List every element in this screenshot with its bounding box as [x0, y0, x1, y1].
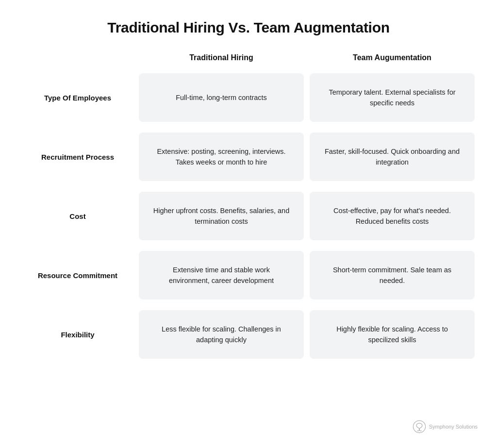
- row-cell-augmentation-0: Temporary talent. External specialists f…: [310, 73, 475, 122]
- page-title: Traditional Hiring Vs. Team Augmentation: [107, 19, 389, 36]
- logo: Symphony Solutions: [413, 420, 478, 433]
- footer: Symphony Solutions: [19, 415, 478, 433]
- row-label-2: Cost: [19, 211, 136, 221]
- row-cell-augmentation-4: Highly flexible for scaling. Access to s…: [310, 310, 475, 359]
- row-cell-augmentation-2: Cost-effective, pay for what's needed. R…: [310, 192, 475, 240]
- row-label-1: Recruitment Process: [19, 152, 136, 162]
- table-row: Resource CommitmentExtensive time and st…: [19, 249, 478, 302]
- symphony-logo-icon: [413, 420, 426, 433]
- row-cell-traditional-1: Extensive: posting, screening, interview…: [139, 133, 304, 181]
- header-empty: [19, 53, 136, 66]
- table-header: Traditional Hiring Team Augumentation: [19, 53, 478, 66]
- row-label-0: Type Of Employees: [19, 93, 136, 103]
- table-body: Type Of EmployeesFull-time, long-term co…: [19, 71, 478, 361]
- table-row: FlexibilityLess flexible for scaling. Ch…: [19, 308, 478, 361]
- row-cell-traditional-3: Extensive time and stable work environme…: [139, 251, 304, 299]
- row-cell-augmentation-1: Faster, skill-focused. Quick onboarding …: [310, 133, 475, 181]
- row-cell-augmentation-3: Short-term commitment. Sale team as need…: [310, 251, 475, 299]
- table-row: Type Of EmployeesFull-time, long-term co…: [19, 71, 478, 124]
- row-label-3: Resource Commitment: [19, 270, 136, 281]
- row-label-4: Flexibility: [19, 330, 136, 340]
- row-cell-traditional-2: Higher upfront costs. Benefits, salaries…: [139, 192, 304, 240]
- table-row: CostHigher upfront costs. Benefits, sala…: [19, 189, 478, 243]
- table-row: Recruitment ProcessExtensive: posting, s…: [19, 130, 478, 183]
- row-cell-traditional-0: Full-time, long-term contracts: [139, 73, 304, 122]
- header-col2: Team Augumentation: [307, 53, 478, 66]
- row-cell-traditional-4: Less flexible for scaling. Challenges in…: [139, 310, 304, 359]
- svg-point-0: [413, 420, 425, 432]
- header-col1: Traditional Hiring: [136, 53, 307, 66]
- logo-text: Symphony Solutions: [429, 423, 478, 430]
